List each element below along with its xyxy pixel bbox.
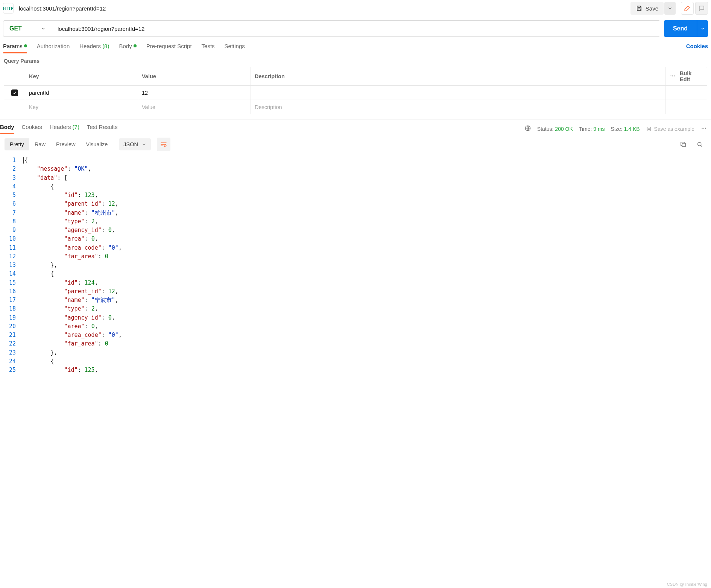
search-response[interactable] bbox=[693, 138, 706, 151]
view-pretty[interactable]: Pretty bbox=[5, 138, 29, 150]
resp-tab-cookies[interactable]: Cookies bbox=[22, 124, 42, 134]
col-value: Value bbox=[138, 67, 251, 85]
save-icon bbox=[636, 5, 643, 12]
more-icon[interactable] bbox=[669, 73, 676, 80]
time-meta: Time: 9 ms bbox=[579, 126, 605, 132]
response-body[interactable]: 1234567891011121314151617181920212223242… bbox=[0, 155, 711, 377]
wrap-icon bbox=[160, 141, 167, 148]
tab-headers[interactable]: Headers (8) bbox=[79, 43, 109, 53]
save-button[interactable]: Save bbox=[630, 2, 664, 15]
view-mode-segment: Pretty Raw Preview Visualize bbox=[5, 138, 113, 150]
chevron-down-icon bbox=[142, 142, 146, 147]
copy-response[interactable] bbox=[676, 138, 690, 151]
param-desc[interactable] bbox=[251, 86, 665, 100]
comments-button[interactable] bbox=[695, 2, 708, 15]
save-as-example[interactable]: Save as example bbox=[646, 126, 694, 132]
view-preview[interactable]: Preview bbox=[51, 138, 81, 150]
param-key-placeholder[interactable]: Key bbox=[25, 100, 138, 114]
param-desc-placeholder[interactable]: Description bbox=[251, 100, 665, 114]
method-select[interactable]: GET bbox=[3, 21, 52, 36]
body-type-select[interactable]: JSON bbox=[119, 138, 151, 150]
tab-prerequest[interactable]: Pre-request Script bbox=[146, 43, 192, 53]
tab-params[interactable]: Params bbox=[3, 43, 27, 53]
col-description: Description bbox=[251, 67, 665, 85]
param-value-placeholder[interactable]: Value bbox=[138, 100, 251, 114]
search-icon bbox=[696, 141, 703, 148]
send-dropdown[interactable] bbox=[697, 20, 708, 37]
table-row: parentId 12 bbox=[4, 85, 707, 100]
http-protocol-icon: HTTP bbox=[3, 3, 14, 14]
tab-tests[interactable]: Tests bbox=[202, 43, 215, 53]
resp-tab-test-results[interactable]: Test Results bbox=[87, 124, 118, 134]
param-key[interactable]: parentId bbox=[25, 86, 138, 100]
view-visualize[interactable]: Visualize bbox=[81, 138, 113, 150]
resp-tab-body[interactable]: Body bbox=[0, 124, 14, 134]
more-icon[interactable] bbox=[700, 125, 707, 133]
bulk-edit-link[interactable]: Bulk Edit bbox=[680, 70, 703, 82]
tab-body[interactable]: Body bbox=[119, 43, 136, 53]
size-meta: Size: 1.4 KB bbox=[611, 126, 640, 132]
copy-icon bbox=[680, 141, 687, 148]
status-meta: Status: 200 OK bbox=[537, 126, 573, 132]
send-button[interactable]: Send bbox=[664, 20, 697, 37]
view-raw[interactable]: Raw bbox=[29, 138, 51, 150]
line-wrap-toggle[interactable] bbox=[157, 138, 170, 151]
col-key: Key bbox=[25, 67, 138, 85]
save-dropdown[interactable] bbox=[664, 2, 676, 15]
url-input[interactable] bbox=[52, 21, 660, 36]
tab-settings[interactable]: Settings bbox=[225, 43, 245, 53]
comment-icon bbox=[698, 5, 705, 12]
code-lines[interactable]: { "message": "OK", "data": [ { "id": 123… bbox=[20, 155, 711, 377]
request-tab-title: localhost:3001/region?parentId=12 bbox=[19, 5, 106, 12]
edit-button[interactable] bbox=[681, 2, 694, 15]
query-params-table: Key Value Description Bulk Edit parentId… bbox=[4, 67, 707, 114]
save-icon bbox=[646, 126, 652, 132]
query-params-heading: Query Params bbox=[0, 53, 711, 67]
method-value: GET bbox=[9, 25, 22, 32]
line-gutter: 1234567891011121314151617181920212223242… bbox=[0, 155, 20, 377]
cookies-link[interactable]: Cookies bbox=[686, 43, 708, 53]
param-value[interactable]: 12 bbox=[138, 86, 251, 100]
tab-authorization[interactable]: Authorization bbox=[37, 43, 70, 53]
table-row-new[interactable]: Key Value Description bbox=[4, 100, 707, 114]
params-active-dot bbox=[24, 44, 27, 47]
row-checkbox[interactable] bbox=[11, 89, 18, 96]
resp-tab-headers[interactable]: Headers (7) bbox=[50, 124, 79, 134]
save-label: Save bbox=[646, 5, 658, 12]
check-icon bbox=[12, 91, 17, 95]
body-active-dot bbox=[134, 44, 137, 47]
chevron-down-icon bbox=[41, 26, 46, 31]
pencil-icon bbox=[684, 5, 691, 12]
globe-icon[interactable] bbox=[524, 125, 531, 133]
